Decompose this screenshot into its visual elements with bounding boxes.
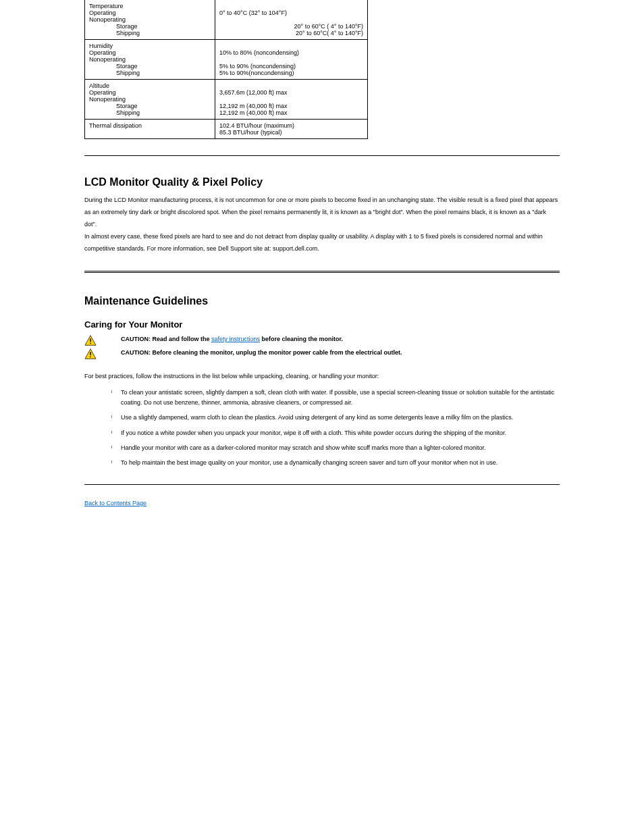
spec-label-line: Nonoperating <box>89 16 211 23</box>
svg-rect-5 <box>90 357 90 357</box>
spec-value-line: 20° to 60°C( 4° to 140°F) <box>219 30 363 36</box>
spec-value-line: 20° to 60°C ( 4° to 140°F) <box>219 23 363 30</box>
spec-value-cell: 0° to 40°C (32° to 104°F) 20° to 60°C ( … <box>215 0 368 40</box>
spec-label-cell: TemperatureOperatingNonoperatingStorageS… <box>85 0 215 40</box>
spec-label-cell: HumidityOperatingNonoperatingStorageShip… <box>85 40 215 80</box>
list-item: Handle your monitor with care as a darke… <box>111 443 560 452</box>
list-item: To clean your antistatic screen, slightl… <box>111 388 560 407</box>
environmental-spec-table: TemperatureOperatingNonoperatingStorageS… <box>84 0 368 139</box>
spec-label-line: Storage <box>89 63 211 70</box>
spec-value-line: 5% to 90%(noncondensing) <box>219 70 363 76</box>
spec-value-line: 102.4 BTU/hour (maximum) <box>219 122 363 129</box>
maintenance-heading: Maintenance Guidelines <box>84 295 560 307</box>
maintenance-intro: For best practices, follow the instructi… <box>84 371 560 381</box>
spec-label-line: Storage <box>89 23 211 30</box>
spec-label-line: Operating <box>89 49 211 56</box>
spec-label-line: Operating <box>89 89 211 96</box>
spec-value-line: 85.3 BTU/hour (typical) <box>219 129 363 136</box>
spec-value-line <box>219 56 363 63</box>
spec-label-line: Thermal dissipation <box>89 122 211 129</box>
spec-label-line: Temperature <box>89 3 211 9</box>
spec-value-line <box>219 82 363 89</box>
svg-rect-4 <box>90 352 90 355</box>
list-item: If you notice a white powder when you un… <box>111 428 560 438</box>
spec-label-line: Humidity <box>89 43 211 49</box>
svg-rect-1 <box>90 338 90 342</box>
spec-value-line: 0° to 40°C (32° to 104°F) <box>219 9 363 16</box>
back-to-contents: Back to Contents Page <box>84 500 560 506</box>
spec-label-line: Nonoperating <box>89 56 211 63</box>
caution-row-1: CAUTION: Read and follow the safety inst… <box>84 335 560 346</box>
spec-label-line: Operating <box>89 9 211 16</box>
spec-value-line: 5% to 90% (noncondensing) <box>219 63 363 70</box>
pixel-policy-body: During the LCD Monitor manufacturing pro… <box>84 194 560 255</box>
spec-value-line: 12,192 m (40,000 ft) max <box>219 103 363 109</box>
spec-value-line <box>219 16 363 23</box>
spec-value-line <box>219 96 363 103</box>
section-divider <box>84 155 560 156</box>
caution-prefix: CAUTION: Read and follow the <box>121 336 211 342</box>
spec-label-line: Shipping <box>89 70 211 76</box>
caring-subheading: Caring for Your Monitor <box>84 319 560 330</box>
spec-label-line: Nonoperating <box>89 96 211 103</box>
caution-suffix: before cleaning the monitor. <box>260 336 343 342</box>
caution-icon <box>84 335 97 346</box>
spec-label-cell: Thermal dissipation <box>85 120 215 139</box>
spec-value-cell: 3,657.6m (12,000 ft) max 12,192 m (40,00… <box>215 80 368 120</box>
spec-value-cell: 102.4 BTU/hour (maximum)85.3 BTU/hour (t… <box>215 120 368 139</box>
spec-label-line: Shipping <box>89 30 211 36</box>
spec-label-line: Altitude <box>89 82 211 89</box>
caution-text-2: CAUTION: Before cleaning the monitor, un… <box>121 348 402 358</box>
pixel-policy-heading: LCD Monitor Quality & Pixel Policy <box>84 176 560 188</box>
maintenance-bullet-list: To clean your antistatic screen, slightl… <box>111 388 560 467</box>
back-to-contents-link[interactable]: Back to Contents Page <box>84 500 146 506</box>
spec-value-line: 3,657.6m (12,000 ft) max <box>219 89 363 96</box>
caution-icon <box>84 348 97 359</box>
list-item: To help maintain the best image quality … <box>111 458 560 467</box>
spec-label-line: Shipping <box>89 109 211 116</box>
caution-row-2: CAUTION: Before cleaning the monitor, un… <box>84 348 560 359</box>
spec-value-line: 10% to 80% (noncondensing) <box>219 49 363 56</box>
caution-unplug-label: CAUTION: Before cleaning the monitor, un… <box>121 349 402 356</box>
list-item: Use a slightly dampened, warm cloth to c… <box>111 413 560 422</box>
caution-text-1: CAUTION: Read and follow the safety inst… <box>121 335 343 344</box>
spec-value-line: 12,192 m (40,000 ft) max <box>219 109 363 116</box>
safety-instructions-link[interactable]: safety instructions <box>211 336 260 342</box>
spec-value-cell: 10% to 80% (noncondensing) 5% to 90% (no… <box>215 40 368 80</box>
spec-label-cell: AltitudeOperatingNonoperatingStorageShip… <box>85 80 215 120</box>
svg-rect-2 <box>90 343 90 344</box>
section-divider <box>84 484 560 485</box>
spec-label-line: Storage <box>89 103 211 109</box>
spec-value-line <box>219 3 363 9</box>
section-divider <box>84 271 560 275</box>
spec-value-line <box>219 43 363 49</box>
